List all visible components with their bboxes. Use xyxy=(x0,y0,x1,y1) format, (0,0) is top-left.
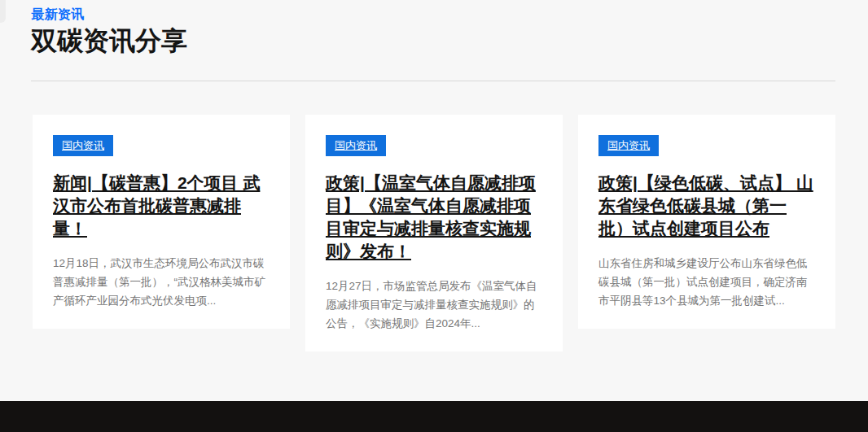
news-title-link[interactable]: 新闻|【碳普惠】2个项目 武汉市公布首批碳普惠减排量！ xyxy=(53,173,260,238)
news-excerpt: 山东省住房和城乡建设厅公布山东省绿色低碳县城（第一批）试点创建项目，确定济南市平… xyxy=(598,254,815,310)
news-card-list: 国内资讯 新闻|【碳普惠】2个项目 武汉市公布首批碳普惠减排量！ 12月18日，… xyxy=(33,115,835,351)
news-title: 政策|【温室气体自愿减排项目】《温室气体自愿减排项目审定与减排量核查实施规则》发… xyxy=(326,172,542,263)
news-title: 政策|【绿色低碳、试点】 山东省绿色低碳县城（第一批）试点创建项目公布 xyxy=(598,172,815,240)
footer-bar xyxy=(0,401,868,432)
news-card[interactable]: 国内资讯 新闻|【碳普惠】2个项目 武汉市公布首批碳普惠减排量！ 12月18日，… xyxy=(33,115,290,329)
category-badge[interactable]: 国内资讯 xyxy=(598,135,659,156)
news-card[interactable]: 国内资讯 政策|【温室气体自愿减排项目】《温室气体自愿减排项目审定与减排量核查实… xyxy=(305,115,563,351)
news-card[interactable]: 国内资讯 政策|【绿色低碳、试点】 山东省绿色低碳县城（第一批）试点创建项目公布… xyxy=(578,115,835,329)
section-divider xyxy=(31,81,835,81)
section-title: 双碳资讯分享 xyxy=(31,27,835,55)
category-badge[interactable]: 国内资讯 xyxy=(326,135,386,156)
news-section: 最新资讯 双碳资讯分享 国内资讯 新闻|【碳普惠】2个项目 武汉市公布首批碳普惠… xyxy=(0,0,868,351)
scrollbar-fragment xyxy=(0,0,6,23)
news-title-link[interactable]: 政策|【绿色低碳、试点】 山东省绿色低碳县城（第一批）试点创建项目公布 xyxy=(598,173,813,238)
news-title-link[interactable]: 政策|【温室气体自愿减排项目】《温室气体自愿减排项目审定与减排量核查实施规则》发… xyxy=(326,173,536,260)
section-eyebrow: 最新资讯 xyxy=(31,7,835,24)
category-badge[interactable]: 国内资讯 xyxy=(53,135,113,156)
news-excerpt: 12月18日，武汉市生态环境局公布武汉市碳普惠减排量（第一批），“武汉格林美城市… xyxy=(53,254,270,310)
news-excerpt: 12月27日，市场监管总局发布《温室气体自愿减排项目审定与减排量核查实施规则》的… xyxy=(326,277,542,333)
news-title: 新闻|【碳普惠】2个项目 武汉市公布首批碳普惠减排量！ xyxy=(53,172,270,240)
